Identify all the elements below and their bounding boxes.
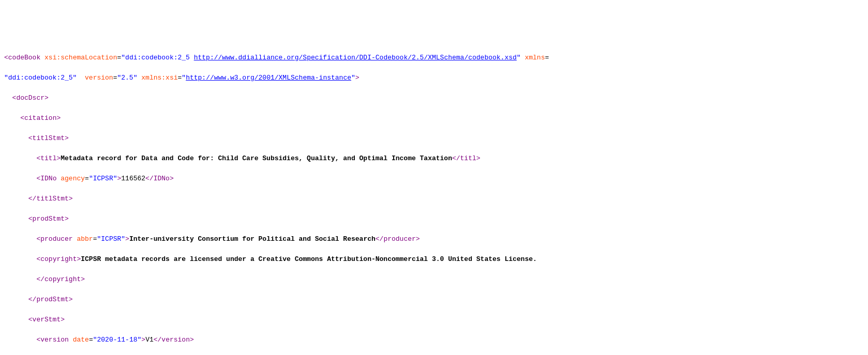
tag-copyright-close: </copyright> bbox=[36, 275, 85, 283]
tag-titl-1-open: <titl> bbox=[36, 155, 61, 162]
tag-verstmt-open: <verStmt> bbox=[28, 316, 65, 323]
tag-idno-1-bracket: > bbox=[117, 175, 121, 182]
line-copyright-close: </copyright> bbox=[4, 274, 864, 285]
tag-citation-1-open: <citation> bbox=[20, 114, 61, 122]
tag-idno-1-close: </IDNo> bbox=[145, 175, 174, 182]
line-producer: <producer abbr="ICPSR">Inter-university … bbox=[4, 234, 864, 244]
tag-titlestmt-1-close: </titlStmt> bbox=[28, 195, 73, 203]
line-prodstmt-close: </prodStmt> bbox=[4, 295, 864, 305]
attr-version: version bbox=[85, 74, 113, 82]
attr-value-agency-1: "ICPSR" bbox=[89, 175, 117, 182]
attr-value-xmlns: "ddi:codebook:2_5" bbox=[4, 74, 77, 82]
tag-codebook-open: <codeBook bbox=[4, 54, 40, 61]
attr-value-xmlns-xsi: "http://www.w3.org/2001/XMLSchema-instan… bbox=[182, 74, 355, 82]
tag-copyright-open: <copyright> bbox=[36, 255, 81, 263]
xml-content: <codeBook xsi:schemaLocation="ddi:codebo… bbox=[4, 42, 864, 355]
attr-abbr: abbr bbox=[77, 235, 93, 243]
link-schemalocation[interactable]: http://www.ddialliance.org/Specification… bbox=[194, 54, 517, 61]
attr-value-schemalocation: "ddi:codebook:2_5 http://www.ddialliance… bbox=[121, 54, 520, 61]
line-docdscr-open: <docDscr> bbox=[4, 93, 864, 103]
attr-xmlns: xmlns bbox=[525, 54, 545, 61]
line-titl-1: <titl>Metadata record for Data and Code … bbox=[4, 153, 864, 164]
tag-docdscr-open: <docDscr> bbox=[12, 94, 49, 102]
line-citation-1-open: <citation> bbox=[4, 113, 864, 124]
attr-agency-1: agency bbox=[61, 175, 85, 182]
attr-value-version: "2.5" bbox=[117, 74, 137, 82]
tag-titlestmt-1-open: <titlStmt> bbox=[28, 134, 69, 142]
line-prodstmt-open: <prodStmt> bbox=[4, 214, 864, 224]
line-copyright: <copyright>ICPSR metadata records are li… bbox=[4, 254, 864, 265]
tag-producer-open: <producer bbox=[36, 235, 72, 243]
line-idno-1: <IDNo agency="ICPSR">116562</IDNo> bbox=[4, 174, 864, 184]
attr-date: date bbox=[73, 336, 89, 344]
tag-version-open: <version bbox=[36, 336, 68, 344]
tag-prodstmt-open: <prodStmt> bbox=[28, 215, 69, 223]
line-titlestmt-1-open: <titlStmt> bbox=[4, 133, 864, 144]
attr-value-abbr: "ICPSR" bbox=[97, 235, 125, 243]
line-1: <codeBook xsi:schemaLocation="ddi:codebo… bbox=[4, 53, 864, 63]
producer-text: Inter-university Consortium for Politica… bbox=[129, 235, 376, 243]
tag-producer-bracket: > bbox=[125, 235, 129, 243]
tag-producer-close: </producer> bbox=[376, 235, 420, 243]
copyright-text: ICPSR metadata records are licensed unde… bbox=[81, 255, 537, 263]
tag-prodstmt-close: </prodStmt> bbox=[28, 296, 73, 303]
line-2: "ddi:codebook:2_5" version="2.5" xmlns:x… bbox=[4, 73, 864, 83]
tag-codebook-close-bracket: > bbox=[355, 74, 360, 82]
line-verstmt-open: <verStmt> bbox=[4, 315, 864, 325]
tag-version-close: </version> bbox=[154, 336, 194, 344]
tag-titl-1-close: </titl> bbox=[452, 155, 481, 162]
attr-xmlns-xsi: xmlns:xsi bbox=[141, 74, 177, 82]
tag-version-bracket: > bbox=[141, 336, 145, 344]
line-titlestmt-1-close: </titlStmt> bbox=[4, 194, 864, 204]
titl-1-text: Metadata record for Data and Code for: C… bbox=[61, 155, 452, 162]
attr-xsi-schemalocation: xsi:schemaLocation bbox=[44, 54, 117, 61]
link-xmlns-xsi[interactable]: http://www.w3.org/2001/XMLSchema-instanc… bbox=[186, 74, 351, 82]
tag-idno-1-open: <IDNo bbox=[36, 175, 56, 182]
line-version: <version date="2020-11-18">V1</version> bbox=[4, 335, 864, 345]
attr-value-date: "2020-11-18" bbox=[93, 336, 142, 344]
